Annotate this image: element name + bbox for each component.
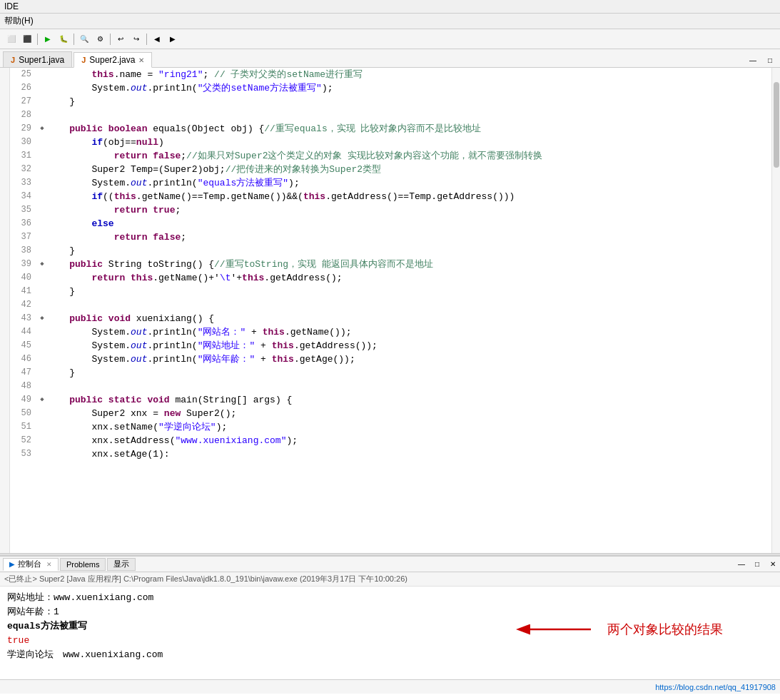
code-line-29: 29◆ public boolean equals(Object obj) {/… [10, 122, 771, 136]
code-content-37[interactable]: return false; [47, 230, 771, 244]
console-header: <已终止> Super2 [Java 应用程序] C:\Program File… [0, 572, 780, 587]
line-number-28: 28 [10, 108, 37, 122]
console-output: 网站地址：www.xuenixiang.com网站年龄：1equals方法被重写… [0, 587, 780, 679]
fold-marker-29: ◆ [37, 122, 47, 136]
tab-super1[interactable]: J Super1.java [3, 51, 72, 67]
line-number-42: 42 [10, 298, 37, 312]
toolbar-btn-8[interactable]: ▶ [166, 32, 180, 46]
code-line-53: 53 xnx.setAge(1): [10, 447, 771, 461]
code-content-36[interactable]: else [47, 217, 771, 230]
code-content-49[interactable]: public static void main(String[] args) { [47, 393, 771, 407]
code-content-25[interactable]: this.name = "ring21"; // 子类对父类的setName进行… [47, 68, 771, 81]
bottom-panel: ▶ 控制台 ✕ Problems 显示 — □ ✕ <已终止> Super2 [… [0, 556, 780, 679]
code-content-38[interactable]: } [47, 244, 771, 258]
line-number-34: 34 [10, 190, 37, 203]
code-content-34[interactable]: if((this.getName()==Temp.getName())&&(th… [47, 190, 771, 203]
toolbar-btn-6[interactable]: ↪ [129, 32, 143, 46]
code-line-36: 36 else [10, 217, 771, 230]
line-number-33: 33 [10, 176, 37, 190]
code-line-37: 37 return false; [10, 230, 771, 244]
toolbar-btn-4[interactable]: ⚙ [93, 32, 107, 46]
line-number-35: 35 [10, 203, 37, 217]
code-content-27[interactable]: } [47, 95, 771, 108]
line-number-31: 31 [10, 149, 37, 163]
code-content-45[interactable]: System.out.println("网站地址：" + this.getAdd… [47, 339, 771, 352]
code-content-50[interactable]: Super2 xnx = new Super2(); [47, 407, 771, 420]
code-line-32: 32 Super2 Temp=(Super2)obj;//把传进来的对象转换为S… [10, 163, 771, 176]
toolbar-btn-5[interactable]: ↩ [113, 32, 128, 46]
toolbar-debug[interactable]: 🐛 [56, 32, 71, 46]
editor-container: 25 this.name = "ring21"; // 子类对父类的setNam… [0, 68, 780, 553]
code-view[interactable]: 25 this.name = "ring21"; // 子类对父类的setNam… [0, 68, 771, 553]
code-content-53[interactable]: xnx.setAge(1): [47, 447, 771, 461]
line-number-38: 38 [10, 244, 37, 258]
console-tab-label: 控制台 [18, 559, 41, 569]
line-number-30: 30 [10, 136, 37, 149]
tab-super1-label: Super1.java [19, 55, 64, 65]
code-content-39[interactable]: public String toString() {//重写toString，实… [47, 258, 771, 271]
code-content-29[interactable]: public boolean equals(Object obj) {//重写e… [47, 122, 771, 136]
code-line-34: 34 if((this.getName()==Temp.getName())&&… [10, 190, 771, 203]
line-number-47: 47 [10, 366, 37, 380]
code-line-51: 51 xnx.setName("学逆向论坛"); [10, 420, 771, 434]
line-number-40: 40 [10, 271, 37, 285]
code-content-32[interactable]: Super2 Temp=(Super2)obj;//把传进来的对象转换为Supe… [47, 163, 771, 176]
code-content-52[interactable]: xnx.setAddress("www.xuenixiang.com"); [47, 434, 771, 447]
scrollbar[interactable] [771, 68, 780, 553]
fold-marker-43: ◆ [37, 312, 47, 325]
code-content-40[interactable]: return this.getName()+'\t'+this.getAddre… [47, 271, 771, 285]
console-tab-close[interactable]: ✕ [46, 561, 52, 568]
code-line-42: 42 [10, 298, 771, 312]
code-content-51[interactable]: xnx.setName("学逆向论坛"); [47, 420, 771, 434]
line-number-32: 32 [10, 163, 37, 176]
code-line-25: 25 this.name = "ring21"; // 子类对父类的setNam… [10, 68, 771, 81]
line-number-44: 44 [10, 325, 37, 339]
code-content-41[interactable]: } [47, 285, 771, 298]
problems-tab-label: Problems [66, 560, 99, 569]
red-arrow-svg [512, 619, 598, 640]
code-content-47[interactable]: } [47, 366, 771, 380]
tab-console[interactable]: ▶ 控制台 ✕ [3, 558, 59, 571]
code-line-26: 26 System.out.println("父类的setName方法被重写")… [10, 81, 771, 95]
tab-super2-label: Super2.java [89, 55, 135, 65]
tab-bar: J Super1.java J Super2.java ✕ — □ [0, 49, 780, 68]
toolbar-run[interactable]: ▶ [41, 32, 55, 46]
code-line-35: 35 return true; [10, 203, 771, 217]
code-line-50: 50 Super2 xnx = new Super2(); [10, 407, 771, 420]
toolbar-btn-2[interactable]: ⬛ [20, 32, 34, 46]
code-content-33[interactable]: System.out.println("equals方法被重写"); [47, 176, 771, 190]
code-content-30[interactable]: if(obj==null) [47, 136, 771, 149]
toolbar-sep-2 [74, 34, 74, 45]
panel-minimize[interactable]: — [734, 557, 749, 572]
tab-maximize[interactable]: □ [763, 53, 777, 67]
line-number-27: 27 [10, 95, 37, 108]
scrollbar-thumb[interactable] [774, 82, 779, 168]
tab-problems[interactable]: Problems [60, 558, 106, 571]
tab-minimize[interactable]: — [746, 53, 760, 67]
panel-maximize[interactable]: □ [750, 557, 764, 572]
code-content-43[interactable]: public void xuenixiang() { [47, 312, 771, 325]
menu-help[interactable]: 帮助(H) [4, 16, 34, 26]
code-line-48: 48 [10, 380, 771, 393]
code-line-44: 44 System.out.println("网站名：" + this.getN… [10, 325, 771, 339]
toolbar-btn-1[interactable]: ⬜ [4, 32, 19, 46]
code-line-43: 43◆ public void xuenixiang() { [10, 312, 771, 325]
toolbar-btn-3[interactable]: 🔍 [77, 32, 91, 46]
code-lines[interactable]: 25 this.name = "ring21"; // 子类对父类的setNam… [10, 68, 771, 553]
tab-display[interactable]: 显示 [107, 558, 136, 571]
code-content-46[interactable]: System.out.println("网站年龄：" + this.getAge… [47, 352, 771, 366]
code-line-30: 30 if(obj==null) [10, 136, 771, 149]
code-line-39: 39◆ public String toString() {//重写toStri… [10, 258, 771, 271]
menu-bar: 帮助(H) [0, 14, 780, 29]
code-content-31[interactable]: return false;//如果只对Super2这个类定义的对象 实现比较对象… [47, 149, 771, 163]
code-content-44[interactable]: System.out.println("网站名：" + this.getName… [47, 325, 771, 339]
toolbar-sep-1 [37, 34, 38, 45]
tab-super2[interactable]: J Super2.java ✕ [74, 52, 152, 68]
code-line-46: 46 System.out.println("网站年龄：" + this.get… [10, 352, 771, 366]
toolbar-btn-7[interactable]: ◀ [150, 32, 164, 46]
tab-super2-close[interactable]: ✕ [138, 56, 144, 64]
code-line-28: 28 [10, 108, 771, 122]
code-content-35[interactable]: return true; [47, 203, 771, 217]
code-content-26[interactable]: System.out.println("父类的setName方法被重写"); [47, 81, 771, 95]
panel-close[interactable]: ✕ [766, 557, 780, 572]
